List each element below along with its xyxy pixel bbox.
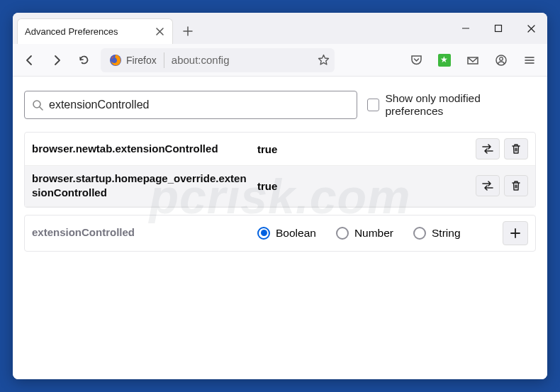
back-button[interactable]	[18, 49, 41, 72]
pref-value: true	[257, 180, 470, 192]
tabs-area: Advanced Preferences	[13, 14, 449, 44]
pref-row[interactable]: browser.startup.homepage_override.extens…	[25, 166, 535, 207]
account-icon[interactable]	[489, 49, 513, 72]
app-menu-button[interactable]	[517, 49, 542, 72]
identity-label: Firefox	[126, 55, 157, 66]
reload-button[interactable]	[72, 49, 95, 72]
radio-icon	[336, 227, 349, 240]
pref-row[interactable]: browser.newtab.extensionControlled true	[25, 133, 535, 166]
inbox-icon[interactable]	[461, 49, 485, 72]
config-search-input[interactable]	[49, 99, 349, 111]
minimize-button[interactable]	[449, 13, 482, 44]
svg-point-3	[500, 57, 503, 60]
toggle-button[interactable]	[476, 175, 500, 196]
identity-box[interactable]: Firefox	[105, 52, 164, 68]
window-controls	[449, 13, 547, 44]
show-modified-label: Show only modified preferences	[385, 92, 536, 118]
new-pref-name: extensionControlled	[32, 225, 245, 240]
add-preference-button[interactable]	[503, 221, 528, 245]
url-bar[interactable]: Firefox about:config	[101, 48, 335, 72]
browser-window: Advanced Preferences	[13, 13, 547, 379]
show-modified-checkbox[interactable]: Show only modified preferences	[367, 92, 536, 118]
firefox-logo-icon	[109, 54, 122, 67]
checkbox-icon	[367, 99, 379, 111]
pref-name: browser.startup.homepage_override.extens…	[32, 172, 252, 201]
pref-value: true	[257, 143, 470, 155]
forward-button[interactable]	[45, 49, 68, 72]
search-row: Show only modified preferences	[24, 91, 536, 119]
new-preference-row: extensionControlled Boolean Number Strin…	[24, 215, 536, 252]
svg-rect-0	[495, 26, 502, 32]
radio-label: Boolean	[276, 227, 316, 240]
close-window-button[interactable]	[515, 13, 547, 44]
tab-title: Advanced Preferences	[25, 26, 154, 37]
radio-label: Number	[354, 227, 393, 240]
close-tab-icon[interactable]	[154, 26, 165, 38]
search-icon	[32, 99, 43, 111]
preferences-list: browser.newtab.extensionControlled true …	[24, 132, 536, 208]
radio-icon	[413, 227, 426, 240]
maximize-button[interactable]	[482, 13, 515, 44]
radio-string[interactable]: String	[413, 227, 461, 240]
titlebar: Advanced Preferences	[13, 13, 547, 44]
extension-icon[interactable]	[432, 49, 457, 72]
radio-boolean[interactable]: Boolean	[257, 227, 316, 240]
nav-toolbar: Firefox about:config	[13, 44, 547, 77]
pref-name: browser.newtab.extensionControlled	[32, 142, 252, 156]
type-radio-group: Boolean Number String	[257, 227, 461, 240]
delete-button[interactable]	[504, 175, 528, 196]
config-search-box[interactable]	[24, 91, 357, 119]
tab-advanced-preferences[interactable]: Advanced Preferences	[17, 18, 173, 44]
url-text: about:config	[164, 54, 312, 66]
bookmark-star-icon[interactable]	[312, 54, 335, 66]
radio-number[interactable]: Number	[336, 227, 393, 240]
pocket-icon[interactable]	[404, 49, 428, 72]
toggle-button[interactable]	[476, 138, 500, 159]
delete-button[interactable]	[504, 138, 528, 159]
about-config-content: Show only modified preferences browser.n…	[13, 77, 547, 379]
radio-label: String	[432, 227, 461, 240]
radio-icon	[257, 227, 270, 240]
new-tab-button[interactable]	[177, 21, 198, 42]
